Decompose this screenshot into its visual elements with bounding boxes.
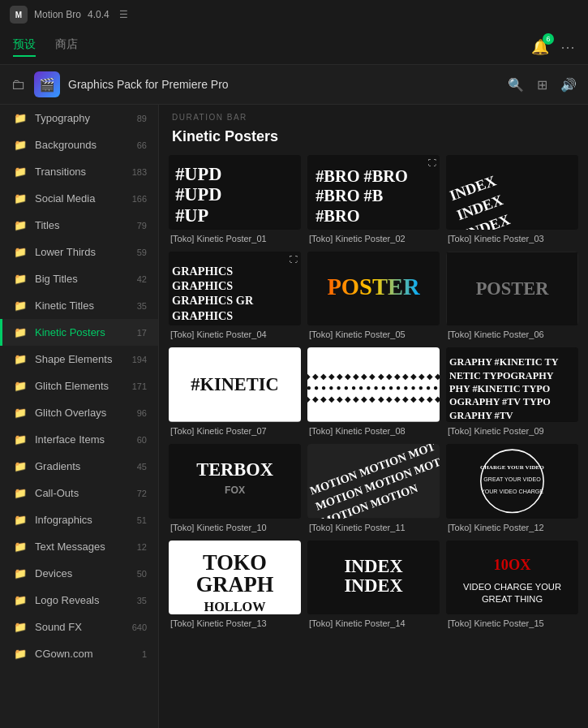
folder-icon: 📁 bbox=[14, 594, 27, 606]
svg-text:GRAPHICS: GRAPHICS bbox=[172, 279, 233, 292]
sidebar-item-left: 📁 Infographics bbox=[14, 514, 92, 526]
grid-item-poster_09[interactable]: GRAPHY #KINETIC TY NETIC TYPOGRAPHY PHY … bbox=[446, 347, 578, 437]
sidebar-item-left: 📁 Kinetic Posters bbox=[14, 326, 105, 338]
folder-icon: 📁 bbox=[14, 514, 27, 526]
sidebar-item-count: 194 bbox=[132, 355, 147, 364]
sidebar-item-left: 📁 CGown.com bbox=[14, 648, 93, 660]
expand-icon[interactable]: ⛶ bbox=[290, 255, 298, 264]
sidebar-item-call-outs[interactable]: 📁 Call-Outs 72 bbox=[0, 480, 158, 506]
grid-item-label: [Toko] Kinetic Poster_02 bbox=[307, 230, 440, 245]
search-icon[interactable]: 🔍 bbox=[508, 77, 524, 93]
sidebar-item-cgown[interactable]: 📁 CGown.com 1 bbox=[0, 640, 158, 667]
grid-item-poster_13[interactable]: TOKO GRAPH HOLLOW [Toko] Kinetic Poster_… bbox=[169, 541, 301, 631]
grid-item-poster_10[interactable]: TERBOX FOX [Toko] Kinetic Poster_10 bbox=[169, 444, 301, 534]
sidebar-item-label: Sound FX bbox=[35, 621, 82, 633]
grid-item-thumb: INDEX INDEX bbox=[307, 541, 440, 615]
grid-item-poster_01[interactable]: #UPD #UPD #UP [Toko] Kinetic Poster_01 bbox=[169, 155, 301, 245]
grid-item-poster_04[interactable]: GRAPHICS GRAPHICS GRAPHICS GR GRAPHICS ⛶… bbox=[169, 252, 301, 342]
svg-text:#UPD: #UPD bbox=[175, 184, 221, 205]
sidebar-item-count: 166 bbox=[132, 194, 147, 204]
grid-item-poster_06[interactable]: POSTER [Toko] Kinetic Poster_06 bbox=[446, 252, 578, 342]
grid-item-thumb: INDEX INDEX INDEX bbox=[446, 155, 578, 230]
svg-text:GRAPHY #TV: GRAPHY #TV bbox=[449, 410, 513, 421]
grid-item-label: [Toko] Kinetic Poster_14 bbox=[307, 614, 440, 630]
sidebar-item-glitch-elements[interactable]: 📁 Glitch Elements 171 bbox=[0, 373, 158, 399]
folder-icon: 📁 bbox=[14, 380, 27, 392]
svg-text:TOKO: TOKO bbox=[203, 549, 267, 574]
svg-text:PHY #KINETIC TYPO: PHY #KINETIC TYPO bbox=[449, 383, 550, 394]
sidebar-item-kinetic-titles[interactable]: 📁 Kinetic Titles 35 bbox=[0, 292, 158, 319]
sidebar-item-label: Call-Outs bbox=[35, 487, 79, 499]
grid-item-poster_02[interactable]: #BRO #BRO #BRO #B #BRO ⛶[Toko] Kinetic P… bbox=[307, 155, 440, 245]
sidebar-item-lower-thirds[interactable]: 📁 Lower Thirds 59 bbox=[0, 239, 158, 265]
sidebar-item-left: 📁 Interface Items bbox=[14, 433, 105, 446]
svg-text:OGRAPHY #TV TYPO: OGRAPHY #TV TYPO bbox=[449, 397, 551, 408]
grid-item-thumb: GRAPHICS GRAPHICS GRAPHICS GR GRAPHICS ⛶ bbox=[169, 252, 301, 326]
svg-text:GRAPH: GRAPH bbox=[196, 572, 274, 597]
svg-text:HOLLOW: HOLLOW bbox=[204, 598, 267, 614]
svg-text:GRAPHICS GR: GRAPHICS GR bbox=[172, 294, 254, 307]
folder-icon[interactable]: 🗀 bbox=[11, 76, 26, 93]
notification-bell[interactable]: 🔔 6 bbox=[531, 38, 549, 56]
sidebar-item-social-media[interactable]: 📁 Social Media 166 bbox=[0, 185, 158, 212]
sidebar-item-text-messages[interactable]: 📁 Text Messages 12 bbox=[0, 533, 158, 560]
sidebar-item-left: 📁 Lower Thirds bbox=[14, 246, 96, 258]
sidebar-item-kinetic-posters[interactable]: 📁 Kinetic Posters 17 bbox=[0, 319, 158, 346]
sidebar-item-label: Big Titles bbox=[35, 273, 78, 285]
expand-icon[interactable]: ⛶ bbox=[428, 158, 436, 167]
menu-icon[interactable]: ☰ bbox=[119, 9, 128, 20]
more-menu-icon[interactable]: ⋯ bbox=[560, 38, 575, 56]
sidebar-item-infographics[interactable]: 📁 Infographics 51 bbox=[0, 506, 158, 533]
sidebar-item-typography[interactable]: 📁 Typography 89 bbox=[0, 105, 158, 131]
folder-icon: 📁 bbox=[14, 541, 27, 553]
sidebar-item-big-titles[interactable]: 📁 Big Titles 42 bbox=[0, 265, 158, 292]
sidebar-item-gradients[interactable]: 📁 Gradients 45 bbox=[0, 453, 158, 480]
grid-item-poster_08[interactable]: ●●●●●●●●●●●●●●●●●●●●●●●●●●●●●●●●●●●●●●●●… bbox=[307, 347, 440, 437]
grid-item-label: [Toko] Kinetic Poster_09 bbox=[446, 422, 578, 437]
grid-item-label: [Toko] Kinetic Poster_13 bbox=[169, 614, 301, 630]
sidebar-item-left: 📁 Backgrounds bbox=[14, 139, 97, 151]
sidebar-item-glitch-overlays[interactable]: 📁 Glitch Overlays 96 bbox=[0, 399, 158, 426]
grid-item-poster_03[interactable]: INDEX INDEX INDEX [Toko] Kinetic Poster_… bbox=[446, 155, 578, 245]
grid-item-thumb: POSTER bbox=[446, 252, 578, 326]
sidebar-item-label: Lower Thirds bbox=[35, 246, 96, 258]
sidebar-item-shape-elements[interactable]: 📁 Shape Elements 194 bbox=[0, 346, 158, 373]
grid-item-label: [Toko] Kinetic Poster_11 bbox=[307, 519, 440, 534]
svg-text:#UP: #UP bbox=[175, 205, 208, 226]
sidebar-item-devices[interactable]: 📁 Devices 50 bbox=[0, 560, 158, 587]
sidebar-item-count: 51 bbox=[137, 515, 147, 525]
grid-item-poster_05[interactable]: POSTER [Toko] Kinetic Poster_05 bbox=[307, 252, 440, 342]
grid: #UPD #UPD #UP [Toko] Kinetic Poster_01 #… bbox=[159, 155, 588, 643]
grid-item-thumb: ●●●●●●●●●●●●●●●●●●●●●●●●●●●●●●●●●●●●●●●●… bbox=[307, 347, 440, 422]
grid-item-poster_15[interactable]: 10OX VIDEO CHARGE YOUR GREAT THING [Toko… bbox=[446, 541, 578, 631]
audio-icon[interactable]: 🔊 bbox=[560, 77, 577, 93]
sidebar-item-count: 640 bbox=[132, 622, 147, 632]
sidebar-item-left: 📁 Titles bbox=[14, 219, 60, 231]
svg-text:POSTER: POSTER bbox=[327, 274, 419, 299]
svg-text:YOUR VIDEO CHARGE: YOUR VIDEO CHARGE bbox=[481, 489, 543, 495]
grid-item-poster_11[interactable]: MOTION MOTION MOT MOTION MOTION MOT MOTI… bbox=[307, 444, 440, 534]
sidebar-item-label: Titles bbox=[35, 219, 60, 231]
grid-item-poster_12[interactable]: CHARGE YOUR VIDEO GREAT YOUR VIDEO YOUR … bbox=[446, 444, 578, 534]
sidebar-item-count: 66 bbox=[137, 140, 147, 150]
sidebar-item-left: 📁 Glitch Elements bbox=[14, 380, 109, 392]
grid-icon[interactable]: ⊞ bbox=[537, 77, 547, 93]
sidebar-item-label: Transitions bbox=[35, 166, 86, 178]
grid-item-poster_14[interactable]: INDEX INDEX [Toko] Kinetic Poster_14 bbox=[307, 541, 440, 631]
svg-text:CHARGE YOUR VIDEO: CHARGE YOUR VIDEO bbox=[480, 464, 544, 471]
sidebar-item-backgrounds[interactable]: 📁 Backgrounds 66 bbox=[0, 131, 158, 158]
grid-item-thumb: POSTER bbox=[307, 252, 440, 326]
grid-item-poster_07[interactable]: #KINETIC [Toko] Kinetic Poster_07 bbox=[169, 347, 301, 437]
svg-text:#BRO: #BRO bbox=[315, 207, 359, 225]
folder-icon: 📁 bbox=[14, 353, 27, 365]
sidebar-item-sound-fx[interactable]: 📁 Sound FX 640 bbox=[0, 614, 158, 640]
sidebar-item-interface-items[interactable]: 📁 Interface Items 60 bbox=[0, 426, 158, 453]
sidebar-item-transitions[interactable]: 📁 Transitions 183 bbox=[0, 158, 158, 185]
folder-icon: 📁 bbox=[14, 139, 27, 151]
tab-store[interactable]: 商店 bbox=[55, 37, 78, 57]
section-title: Kinetic Posters bbox=[159, 125, 588, 155]
tab-presets[interactable]: 预设 bbox=[13, 37, 36, 57]
sidebar-item-titles[interactable]: 📁 Titles 79 bbox=[0, 212, 158, 239]
sidebar-item-logo-reveals[interactable]: 📁 Logo Reveals 35 bbox=[0, 587, 158, 614]
svg-text:#UPD: #UPD bbox=[175, 164, 221, 184]
